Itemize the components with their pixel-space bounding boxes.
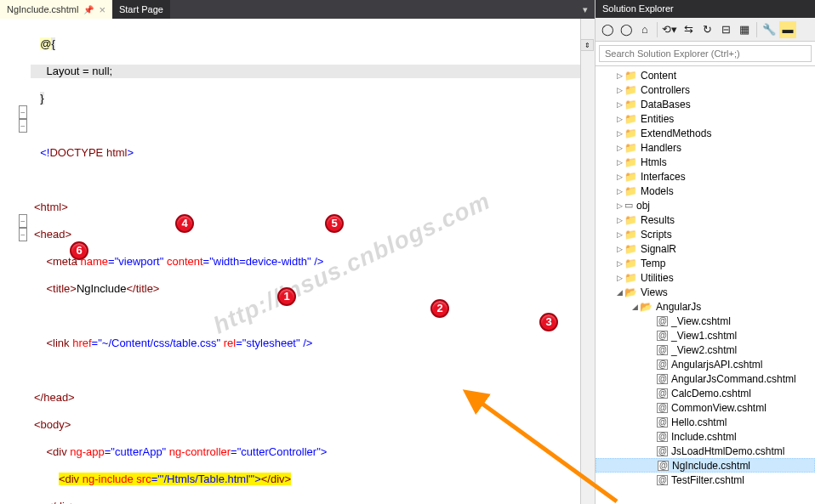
tree-file-angularjsapi-cshtml[interactable]: @ AngularjsAPI.cshtml bbox=[596, 357, 815, 371]
folder-icon: 📁 bbox=[624, 214, 637, 226]
tree-folder-htmls[interactable]: ▷ 📁 Htmls bbox=[596, 155, 815, 169]
cshtml-icon: @ bbox=[657, 388, 668, 399]
tree-label: AngularJs bbox=[656, 301, 701, 313]
explorer-toolbar: ◯ ◯ ⌂ ⟲▾ ⇆ ↻ ⊟ ▦ 🔧 ▬ bbox=[596, 18, 815, 42]
collapse-icon[interactable]: ⊟ bbox=[717, 21, 734, 38]
tree-folder-scripts[interactable]: ▷ 📁 Scripts bbox=[596, 227, 815, 241]
solution-explorer-title: Solution Explorer bbox=[596, 0, 815, 18]
tab-nginclude[interactable]: NgInclude.cshtml 📌 × bbox=[0, 0, 112, 19]
cshtml-icon: @ bbox=[657, 374, 668, 384]
tree-folder-obj[interactable]: ▷ ▭ obj bbox=[596, 198, 815, 212]
chevron-right-icon: ▷ bbox=[614, 115, 624, 123]
back-icon[interactable]: ◯ bbox=[599, 21, 616, 38]
fold-icon[interactable]: − bbox=[19, 214, 27, 228]
fold-icon[interactable]: − bbox=[19, 105, 27, 119]
fold-icon[interactable]: − bbox=[19, 119, 27, 133]
chevron-right-icon: ▷ bbox=[614, 201, 624, 210]
tree-folder-databases[interactable]: ▷ 📁 DataBases bbox=[596, 97, 815, 111]
tree-label: Hello.cshtml bbox=[671, 416, 727, 428]
chevron-right-icon: ▷ bbox=[614, 245, 624, 253]
chevron-right-icon: ▷ bbox=[614, 86, 624, 94]
tree-folder-content[interactable]: ▷ 📁 Content bbox=[596, 68, 815, 82]
vertical-scrollbar[interactable] bbox=[580, 19, 595, 504]
chevron-right-icon: ▷ bbox=[614, 259, 624, 268]
tab-label: NgInclude.cshtml bbox=[7, 4, 78, 14]
refresh-icon[interactable]: ↻ bbox=[698, 21, 715, 38]
tree-label: TestFilter.cshtml bbox=[671, 474, 744, 486]
tree-file-_view2-cshtml[interactable]: @ _View2.cshtml bbox=[596, 343, 815, 357]
fold-icon[interactable]: − bbox=[19, 228, 27, 241]
marker-2: 2 bbox=[430, 299, 449, 318]
tree-file-testfilter-cshtml[interactable]: @ TestFilter.cshtml bbox=[596, 473, 815, 487]
tree-label: SignalR bbox=[641, 243, 676, 255]
tree-label: ExtendMethods bbox=[641, 127, 711, 139]
forward-icon[interactable]: ◯ bbox=[618, 21, 635, 38]
cshtml-icon: @ bbox=[657, 403, 668, 413]
tree-folder-signalr[interactable]: ▷ 📁 SignalR bbox=[596, 241, 815, 256]
cshtml-icon: @ bbox=[657, 331, 668, 341]
tree-file-nginclude-cshtml[interactable]: @ NgInclude.cshtml bbox=[596, 458, 815, 473]
tab-dropdown[interactable]: ▾ bbox=[576, 0, 595, 19]
chevron-down-icon: ◢ bbox=[630, 303, 640, 311]
cshtml-icon: @ bbox=[657, 475, 668, 485]
tree-folder-results[interactable]: ▷ 📁 Results bbox=[596, 212, 815, 227]
tree-folder-interfaces[interactable]: ▷ 📁 Interfaces bbox=[596, 169, 815, 184]
cshtml-icon: @ bbox=[657, 446, 668, 456]
tree-file-calcdemo-cshtml[interactable]: @ CalcDemo.cshtml bbox=[596, 386, 815, 400]
tree-folder-temp[interactable]: ▷ 📁 Temp bbox=[596, 256, 815, 270]
solution-tree[interactable]: ▷ 📁 Content ▷ 📁 Controllers ▷ 📁 DataBase… bbox=[596, 66, 815, 504]
pin-icon[interactable]: 📌 bbox=[83, 5, 94, 14]
cshtml-icon: @ bbox=[657, 432, 668, 442]
sync-icon[interactable]: ⟲▾ bbox=[661, 21, 678, 38]
cshtml-icon: @ bbox=[658, 461, 669, 471]
tree-label: NgInclude.cshtml bbox=[672, 460, 750, 472]
tree-folder-angularjs[interactable]: ◢ 📂 AngularJs bbox=[596, 299, 815, 314]
tree-label: Interfaces bbox=[641, 171, 686, 183]
tree-folder-entities[interactable]: ▷ 📁 Entities bbox=[596, 111, 815, 126]
tree-file-commonview-cshtml[interactable]: @ CommonView.cshtml bbox=[596, 400, 815, 415]
folder-icon: 📁 bbox=[624, 142, 637, 154]
tree-folder-extendmethods[interactable]: ▷ 📁 ExtendMethods bbox=[596, 126, 815, 140]
preview-icon[interactable]: ▬ bbox=[779, 21, 796, 38]
cshtml-icon: @ bbox=[657, 316, 668, 326]
folder-icon: 📁 bbox=[624, 70, 637, 82]
search-box bbox=[596, 42, 815, 66]
properties-icon[interactable]: 🔧 bbox=[761, 21, 778, 38]
marker-1: 1 bbox=[277, 287, 296, 306]
search-input[interactable] bbox=[599, 45, 812, 62]
tree-label: Controllers bbox=[641, 84, 690, 96]
tree-folder-utilities[interactable]: ▷ 📁 Utilities bbox=[596, 270, 815, 285]
tree-label: CommonView.cshtml bbox=[671, 402, 767, 414]
tree-file-jsloadhtmldemo-cshtml[interactable]: @ JsLoadHtmlDemo.cshtml bbox=[596, 444, 815, 458]
tree-label: Handlers bbox=[641, 142, 681, 154]
tree-file-include-cshtml[interactable]: @ Include.cshtml bbox=[596, 429, 815, 444]
tree-folder-controllers[interactable]: ▷ 📁 Controllers bbox=[596, 82, 815, 97]
tree-label: _View.cshtml bbox=[671, 315, 731, 327]
split-icon[interactable]: ⇕ bbox=[580, 39, 594, 51]
pending-icon[interactable]: ⇆ bbox=[680, 21, 697, 38]
home-icon[interactable]: ⌂ bbox=[636, 21, 653, 38]
tree-label: _View1.cshtml bbox=[671, 330, 737, 342]
tree-folder-models[interactable]: ▷ 📁 Models bbox=[596, 184, 815, 198]
tree-file-angularjscommand-cshtml[interactable]: @ AngularJsCommand.cshtml bbox=[596, 371, 815, 386]
tree-label: Results bbox=[641, 214, 675, 226]
showall-icon[interactable]: ▦ bbox=[736, 21, 753, 38]
chevron-right-icon: ▷ bbox=[614, 274, 624, 282]
folder-icon: 📁 bbox=[624, 156, 637, 168]
folder-icon: 📁 bbox=[624, 243, 637, 255]
tree-label: DataBases bbox=[641, 99, 691, 110]
tree-folder-views[interactable]: ◢ 📂 Views bbox=[596, 285, 815, 299]
tree-file-_view-cshtml[interactable]: @ _View.cshtml bbox=[596, 314, 815, 328]
tree-file-hello-cshtml[interactable]: @ Hello.cshtml bbox=[596, 415, 815, 429]
tree-label: AngularjsAPI.cshtml bbox=[671, 359, 762, 371]
cshtml-icon: @ bbox=[657, 417, 668, 428]
code-editor[interactable]: @{ Layout = null; } <!DOCTYPE html> <htm… bbox=[31, 19, 580, 504]
close-icon[interactable]: × bbox=[99, 3, 105, 16]
tree-file-_view1-cshtml[interactable]: @ _View1.cshtml bbox=[596, 328, 815, 343]
folder-icon: 📁 bbox=[624, 171, 637, 183]
chevron-down-icon: ◢ bbox=[614, 288, 624, 297]
tree-folder-handlers[interactable]: ▷ 📁 Handlers bbox=[596, 140, 815, 155]
chevron-right-icon: ▷ bbox=[614, 173, 624, 181]
tab-startpage[interactable]: Start Page bbox=[112, 0, 170, 19]
tree-label: Content bbox=[641, 70, 676, 82]
